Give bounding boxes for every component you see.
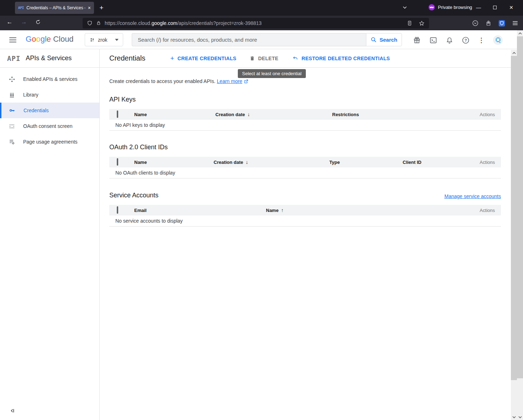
sidebar-product-title: APIs & Services — [26, 55, 72, 62]
lock-icon[interactable] — [96, 20, 101, 26]
content-scrollbar[interactable] — [511, 50, 517, 420]
help-icon[interactable]: ? — [462, 36, 470, 44]
forward-button[interactable]: → — [19, 17, 29, 27]
plus-icon: + — [170, 56, 174, 61]
sidebar: API APIs & Services Enabled APIs & servi… — [0, 49, 100, 420]
sort-desc-icon[interactable]: ↓ — [247, 112, 250, 117]
sidebar-item-label: OAuth consent screen — [23, 123, 73, 129]
google-cloud-logo[interactable]: Google Cloud — [26, 35, 74, 44]
enabled-apis-icon — [9, 76, 15, 82]
back-button[interactable]: ← — [4, 17, 15, 27]
column-header-creation-date[interactable]: Creation date ↓ — [214, 159, 329, 165]
sidebar-item-label: Library — [23, 92, 38, 98]
scroll-down-icon[interactable] — [517, 414, 523, 420]
url-bar[interactable]: https://console.cloud.google.com/apis/cr… — [83, 18, 429, 28]
column-header-name[interactable]: Name — [134, 160, 214, 165]
maximize-button[interactable] — [487, 2, 503, 13]
nav-buttons: ← → — [4, 17, 43, 27]
private-browsing-label: Private browsing — [438, 5, 472, 10]
search-button-label: Search — [380, 37, 397, 43]
api-keys-empty-state: No API keys to display — [109, 120, 501, 131]
sort-asc-icon[interactable]: ↑ — [281, 207, 283, 213]
browser-tab[interactable]: API Credentials – APIs & Services – z × — [15, 2, 94, 14]
avatar-pixel-q-icon — [495, 37, 501, 43]
window-scrollbar[interactable] — [517, 30, 523, 420]
extensions-puzzle-icon[interactable] — [485, 20, 492, 26]
restore-label: RESTORE DELETED CREDENTIALS — [302, 56, 390, 61]
minimize-button[interactable]: — — [470, 2, 487, 13]
scrollbar-thumb[interactable] — [517, 36, 523, 378]
new-tab-button[interactable]: + — [97, 3, 106, 12]
api-keys-table: Name Creation date ↓ Restrictions Action… — [109, 109, 501, 131]
tab-title: Credentials – APIs & Services – z — [26, 5, 85, 10]
sidebar-item-enabled-apis[interactable]: Enabled APIs & services — [0, 71, 99, 87]
reload-button[interactable] — [33, 17, 43, 27]
key-icon — [9, 107, 15, 114]
scrollbar-thumb[interactable] — [511, 56, 517, 380]
scroll-down-icon[interactable] — [511, 414, 517, 420]
page-action-bar: Credentials + CREATE CREDENTIALS DELETE … — [100, 49, 511, 68]
page-usage-icon — [9, 139, 15, 145]
learn-more-link[interactable]: Learn more — [217, 78, 242, 84]
create-credentials-button[interactable]: + CREATE CREDENTIALS — [170, 56, 236, 61]
private-mask-icon — [428, 4, 435, 11]
sidebar-item-library[interactable]: Library — [0, 87, 99, 103]
delete-button[interactable]: DELETE — [250, 55, 278, 61]
menu-hamburger-icon[interactable] — [512, 20, 518, 26]
gcp-nav-menu-icon[interactable] — [9, 37, 16, 42]
manage-service-accounts-link[interactable]: Manage service accounts — [444, 193, 501, 199]
sidebar-item-page-usage[interactable]: Page usage agreements — [0, 134, 99, 150]
service-accounts-empty-state: No service accounts to display — [109, 216, 501, 227]
collapse-sidebar-button[interactable] — [10, 408, 15, 414]
restore-deleted-credentials-button[interactable]: RESTORE DELETED CREDENTIALS — [292, 56, 390, 61]
column-header-creation-date[interactable]: Creation date ↓ — [215, 112, 332, 117]
tab-close-icon[interactable]: × — [88, 5, 91, 10]
select-all-checkbox[interactable] — [117, 206, 118, 214]
maximize-icon — [493, 6, 497, 9]
sidebar-header: API APIs & Services — [0, 49, 99, 68]
collapse-left-icon — [10, 408, 15, 414]
column-header-name[interactable]: Name ↑ — [266, 207, 469, 213]
column-header-type: Type — [329, 160, 403, 165]
sidebar-item-label: Page usage agreements — [23, 139, 78, 145]
kebab-menu-icon[interactable]: ⋮ — [478, 36, 485, 44]
api-keys-title: API Keys — [109, 96, 501, 103]
column-header-restrictions: Restrictions — [332, 112, 469, 117]
sidebar-item-credentials[interactable]: Credentials — [0, 103, 99, 118]
list-tabs-chevron-icon[interactable] — [402, 4, 408, 11]
sidebar-item-oauth-consent[interactable]: OAuth consent screen — [0, 118, 99, 134]
bookmark-star-icon[interactable] — [419, 20, 425, 26]
project-dropdown-icon — [115, 39, 119, 41]
tab-bar: API Credentials – APIs & Services – z × … — [0, 0, 523, 16]
project-icon — [89, 37, 95, 43]
select-all-checkbox[interactable] — [117, 158, 118, 166]
service-accounts-section: Service Accounts Manage service accounts… — [109, 192, 501, 227]
column-header-name[interactable]: Name — [134, 112, 215, 117]
select-all-checkbox[interactable] — [117, 110, 118, 118]
oauth-table: Name Creation date ↓ Type Client ID Acti… — [109, 157, 501, 178]
cloud-shell-icon[interactable] — [429, 36, 437, 44]
create-credentials-label: CREATE CREDENTIALS — [178, 56, 236, 61]
account-avatar[interactable] — [493, 35, 503, 45]
external-link-icon — [244, 79, 249, 84]
reader-view-icon[interactable] — [407, 20, 412, 26]
bitwarden-shield-icon[interactable] — [498, 20, 505, 27]
shield-icon[interactable] — [87, 20, 93, 26]
gift-icon[interactable] — [413, 36, 421, 44]
private-browsing-badge: Private browsing — [428, 4, 472, 11]
api-keys-section: API Keys Name Creation date ↓ Restrictio… — [109, 96, 501, 131]
scroll-up-icon[interactable] — [517, 30, 523, 36]
main-panel: Credentials + CREATE CREDENTIALS DELETE … — [100, 49, 511, 420]
oauth-title: OAuth 2.0 Client IDs — [109, 144, 501, 151]
notifications-bell-icon[interactable] — [446, 36, 453, 44]
oauth-table-header: Name Creation date ↓ Type Client ID Acti… — [109, 157, 501, 167]
gcp-search-button[interactable]: Search — [366, 33, 402, 46]
close-button[interactable]: × — [503, 2, 519, 13]
column-header-email[interactable]: Email — [134, 208, 266, 213]
gcp-search-box[interactable] — [132, 33, 366, 46]
pocket-icon[interactable] — [472, 20, 478, 26]
scroll-up-icon[interactable] — [511, 50, 517, 56]
gcp-search-input[interactable] — [138, 37, 360, 43]
sort-desc-icon[interactable]: ↓ — [246, 159, 248, 165]
project-selector[interactable]: zrok — [85, 33, 123, 46]
